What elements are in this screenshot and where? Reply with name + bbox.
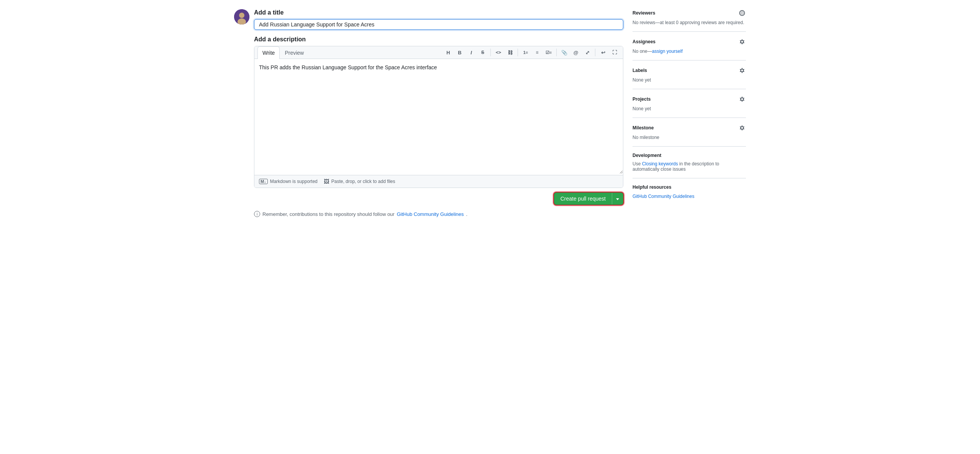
description-section: Add a description Write Preview H B: [254, 36, 623, 217]
assign-yourself-link[interactable]: assign yourself: [652, 49, 683, 54]
tab-preview[interactable]: Preview: [280, 46, 309, 59]
gear-icon: [739, 10, 745, 16]
sidebar-projects-section: Projects None yet: [633, 89, 746, 118]
create-pr-dropdown[interactable]: [612, 193, 623, 204]
helpful-title: Helpful resources: [633, 185, 671, 190]
labels-title: Labels: [633, 68, 647, 73]
projects-value: None yet: [633, 106, 746, 111]
labels-value: None yet: [633, 77, 746, 83]
tab-write[interactable]: Write: [257, 46, 280, 59]
chevron-down-icon: [616, 198, 619, 200]
markdown-icon: M↓: [259, 179, 268, 184]
milestone-title: Milestone: [633, 125, 654, 131]
toolbar-divider-3: [556, 49, 557, 56]
toolbar-divider-2: [518, 49, 518, 56]
assignees-title: Assignees: [633, 39, 656, 44]
markdown-support-indicator: M↓ Markdown is supported: [259, 179, 318, 184]
ordered-list-button[interactable]: 1≡: [520, 47, 531, 58]
projects-gear-button[interactable]: [738, 95, 746, 103]
milestone-gear-button[interactable]: [738, 124, 746, 132]
description-textarea[interactable]: This PR adds the Russian Language Suppor…: [254, 59, 623, 174]
helpful-header: Helpful resources: [633, 185, 746, 190]
unordered-list-button[interactable]: ≡: [532, 47, 542, 58]
svg-point-1: [239, 13, 244, 18]
editor-tabs-bar: Write Preview H B I S: [254, 46, 623, 59]
community-guidelines-link[interactable]: GitHub Community Guidelines: [397, 211, 464, 217]
projects-title: Projects: [633, 96, 651, 102]
task-list-button[interactable]: ☑≡: [543, 47, 554, 58]
link-button[interactable]: ⛓: [505, 47, 515, 58]
development-title: Development: [633, 153, 661, 158]
header-row: Add a title: [234, 9, 623, 30]
gear-icon: [739, 125, 745, 131]
assignees-gear-button[interactable]: [738, 38, 746, 46]
reference-button[interactable]: ⤢: [582, 47, 593, 58]
info-end: .: [466, 211, 468, 217]
italic-button[interactable]: I: [466, 47, 477, 58]
assignees-header: Assignees: [633, 38, 746, 46]
markdown-label: Markdown is supported: [270, 179, 318, 184]
strikethrough-button[interactable]: S: [477, 47, 488, 58]
milestone-header: Milestone: [633, 124, 746, 132]
development-text: Use Closing keywords in the description …: [633, 161, 746, 172]
info-row: i Remember, contributions to this reposi…: [254, 211, 623, 217]
title-input[interactable]: [254, 19, 623, 30]
image-icon: 🖼: [324, 178, 329, 185]
attach-label: Paste, drop, or click to add files: [331, 179, 395, 184]
undo-button[interactable]: ↩: [598, 47, 608, 58]
fullscreen-button[interactable]: ⛶: [609, 47, 620, 58]
code-button[interactable]: <>: [493, 47, 504, 58]
create-pull-request-button[interactable]: Create pull request: [554, 193, 623, 205]
editor-footer: M↓ Markdown is supported 🖼 Paste, drop, …: [254, 175, 623, 188]
create-pr-label[interactable]: Create pull request: [554, 193, 612, 204]
closing-keywords-link[interactable]: Closing keywords: [642, 161, 678, 167]
helpful-guidelines-link[interactable]: GitHub Community Guidelines: [633, 194, 694, 199]
toolbar-divider-1: [490, 49, 491, 56]
sidebar-labels-section: Labels None yet: [633, 60, 746, 89]
add-title-label: Add a title: [254, 9, 623, 16]
sidebar-milestone-section: Milestone No milestone: [633, 118, 746, 146]
title-area: Add a title: [254, 9, 623, 30]
info-text: Remember, contributions to this reposito…: [262, 211, 395, 217]
reviewers-value: No reviews—at least 0 approving reviews …: [633, 20, 746, 25]
assignees-value: No one—assign yourself: [633, 49, 746, 54]
sidebar-assignees-section: Assignees No one—assign yourself: [633, 31, 746, 60]
main-content: Add a title Add a description Write Prev…: [234, 9, 623, 217]
reviewers-gear-button[interactable]: [738, 9, 746, 17]
heading-button[interactable]: H: [443, 47, 454, 58]
sidebar: Reviewers No reviews—at least 0 approvin…: [633, 9, 746, 217]
description-label: Add a description: [254, 36, 623, 43]
sidebar-reviewers-section: Reviewers No reviews—at least 0 approvin…: [633, 9, 746, 31]
development-header: Development: [633, 153, 746, 158]
avatar-image: [234, 9, 249, 24]
mention-button[interactable]: @: [570, 47, 581, 58]
sidebar-helpful-section: Helpful resources GitHub Community Guide…: [633, 178, 746, 205]
reviewers-title: Reviewers: [633, 10, 655, 16]
attach-button[interactable]: 📎: [559, 47, 570, 58]
milestone-value: No milestone: [633, 135, 746, 140]
projects-header: Projects: [633, 95, 746, 103]
labels-gear-button[interactable]: [738, 67, 746, 74]
editor-toolbar: H B I S <>: [443, 47, 620, 58]
gear-icon: [739, 96, 745, 102]
reviewers-header: Reviewers: [633, 9, 746, 17]
gear-icon: [739, 67, 745, 73]
labels-header: Labels: [633, 67, 746, 74]
avatar: [234, 9, 249, 24]
gear-icon: [739, 39, 745, 45]
toolbar-divider-4: [595, 49, 595, 56]
bold-button[interactable]: B: [454, 47, 465, 58]
info-icon: i: [254, 211, 260, 217]
sidebar-development-section: Development Use Closing keywords in the …: [633, 146, 746, 178]
actions-row: Create pull request: [254, 193, 623, 205]
attach-files-indicator[interactable]: 🖼 Paste, drop, or click to add files: [324, 178, 395, 185]
editor-container: Write Preview H B I S: [254, 46, 623, 188]
